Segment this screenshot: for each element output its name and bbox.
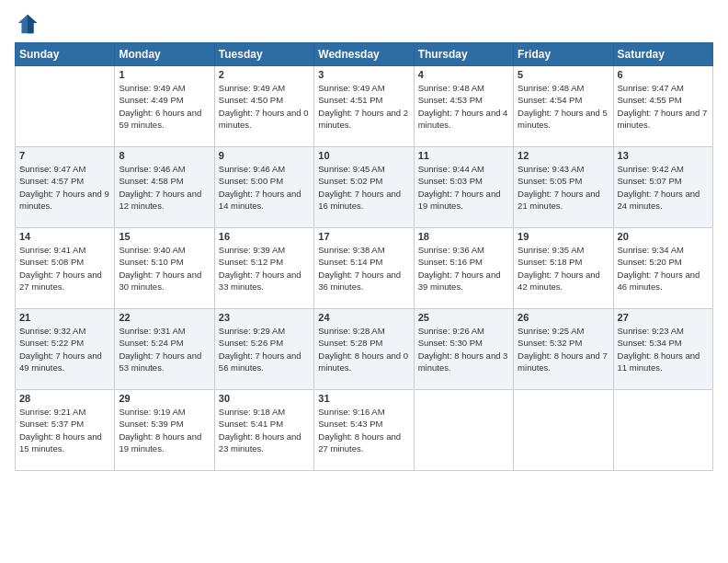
sunrise-text: Sunrise: 9:48 AM xyxy=(518,82,609,94)
sunset-text: Sunset: 4:50 PM xyxy=(219,94,310,106)
sunrise-text: Sunrise: 9:31 AM xyxy=(119,325,210,337)
sunrise-text: Sunrise: 9:43 AM xyxy=(518,163,609,175)
sunrise-text: Sunrise: 9:46 AM xyxy=(119,163,210,175)
sunrise-text: Sunrise: 9:18 AM xyxy=(219,406,310,418)
sunset-text: Sunset: 5:08 PM xyxy=(19,256,110,268)
calendar-cell xyxy=(16,66,115,147)
sunrise-text: Sunrise: 9:47 AM xyxy=(19,163,110,175)
sunset-text: Sunset: 5:02 PM xyxy=(318,175,409,187)
day-info: Sunrise: 9:21 AMSunset: 5:37 PMDaylight:… xyxy=(19,406,110,454)
day-number: 18 xyxy=(418,231,509,242)
sunset-text: Sunset: 5:39 PM xyxy=(119,418,210,430)
sunrise-text: Sunrise: 9:34 AM xyxy=(618,244,709,256)
daylight-text: Daylight: 8 hours and 11 minutes. xyxy=(618,350,709,374)
day-info: Sunrise: 9:46 AMSunset: 5:00 PMDaylight:… xyxy=(219,163,310,212)
sunrise-text: Sunrise: 9:35 AM xyxy=(518,244,609,256)
logo xyxy=(15,11,44,37)
calendar-cell: 21Sunrise: 9:32 AMSunset: 5:22 PMDayligh… xyxy=(16,309,115,390)
day-info: Sunrise: 9:31 AMSunset: 5:24 PMDaylight:… xyxy=(119,325,210,373)
day-info: Sunrise: 9:38 AMSunset: 5:14 PMDaylight:… xyxy=(318,244,409,293)
day-info: Sunrise: 9:25 AMSunset: 5:32 PMDaylight:… xyxy=(518,325,609,373)
daylight-text: Daylight: 7 hours and 46 minutes. xyxy=(618,269,709,293)
sunset-text: Sunset: 5:43 PM xyxy=(318,418,409,430)
day-number: 26 xyxy=(518,312,609,323)
sunrise-text: Sunrise: 9:39 AM xyxy=(219,244,310,256)
day-number: 24 xyxy=(318,312,409,323)
sunset-text: Sunset: 5:37 PM xyxy=(19,418,110,430)
header-cell-sunday: Sunday xyxy=(16,43,115,66)
sunset-text: Sunset: 5:22 PM xyxy=(19,337,110,349)
calendar-cell: 6Sunrise: 9:47 AMSunset: 4:55 PMDaylight… xyxy=(613,66,712,147)
daylight-text: Daylight: 7 hours and 9 minutes. xyxy=(19,188,110,213)
day-info: Sunrise: 9:40 AMSunset: 5:10 PMDaylight:… xyxy=(119,244,210,293)
day-number: 9 xyxy=(219,150,310,161)
daylight-text: Daylight: 7 hours and 14 minutes. xyxy=(219,188,310,213)
daylight-text: Daylight: 7 hours and 5 minutes. xyxy=(518,107,609,132)
calendar-cell: 10Sunrise: 9:45 AMSunset: 5:02 PMDayligh… xyxy=(314,147,414,228)
daylight-text: Daylight: 6 hours and 59 minutes. xyxy=(119,107,210,132)
calendar-cell: 2Sunrise: 9:49 AMSunset: 4:50 PMDaylight… xyxy=(214,66,313,147)
day-number: 20 xyxy=(618,231,709,242)
sunrise-text: Sunrise: 9:38 AM xyxy=(318,244,409,256)
day-number: 10 xyxy=(318,150,409,161)
daylight-text: Daylight: 7 hours and 53 minutes. xyxy=(119,350,210,374)
calendar-cell: 13Sunrise: 9:42 AMSunset: 5:07 PMDayligh… xyxy=(613,147,712,228)
day-number: 17 xyxy=(318,231,409,242)
day-info: Sunrise: 9:44 AMSunset: 5:03 PMDaylight:… xyxy=(418,163,509,212)
daylight-text: Daylight: 7 hours and 12 minutes. xyxy=(119,188,210,213)
sunset-text: Sunset: 4:57 PM xyxy=(19,175,110,187)
daylight-text: Daylight: 8 hours and 15 minutes. xyxy=(19,431,110,455)
daylight-text: Daylight: 7 hours and 19 minutes. xyxy=(418,188,509,213)
calendar-cell xyxy=(414,390,513,471)
daylight-text: Daylight: 8 hours and 27 minutes. xyxy=(318,431,409,455)
daylight-text: Daylight: 7 hours and 39 minutes. xyxy=(418,269,509,293)
daylight-text: Daylight: 7 hours and 36 minutes. xyxy=(318,269,409,293)
calendar-cell xyxy=(514,390,613,471)
week-row-1: 7Sunrise: 9:47 AMSunset: 4:57 PMDaylight… xyxy=(16,147,713,228)
calendar-cell: 31Sunrise: 9:16 AMSunset: 5:43 PMDayligh… xyxy=(314,390,414,471)
day-number: 15 xyxy=(119,231,210,242)
day-info: Sunrise: 9:32 AMSunset: 5:22 PMDaylight:… xyxy=(19,325,110,373)
calendar-cell: 20Sunrise: 9:34 AMSunset: 5:20 PMDayligh… xyxy=(613,228,712,309)
sunrise-text: Sunrise: 9:49 AM xyxy=(219,82,310,94)
calendar-cell: 11Sunrise: 9:44 AMSunset: 5:03 PMDayligh… xyxy=(414,147,513,228)
sunrise-text: Sunrise: 9:36 AM xyxy=(418,244,509,256)
sunrise-text: Sunrise: 9:47 AM xyxy=(618,82,709,94)
sunset-text: Sunset: 5:26 PM xyxy=(219,337,310,349)
calendar-cell: 23Sunrise: 9:29 AMSunset: 5:26 PMDayligh… xyxy=(214,309,313,390)
day-number: 19 xyxy=(518,231,609,242)
week-row-0: 1Sunrise: 9:49 AMSunset: 4:49 PMDaylight… xyxy=(16,66,713,147)
header-cell-friday: Friday xyxy=(514,43,613,66)
sunrise-text: Sunrise: 9:44 AM xyxy=(418,163,509,175)
sunrise-text: Sunrise: 9:29 AM xyxy=(219,325,310,337)
daylight-text: Daylight: 7 hours and 56 minutes. xyxy=(219,350,310,374)
svg-marker-1 xyxy=(28,15,37,34)
sunset-text: Sunset: 4:51 PM xyxy=(318,94,409,106)
sunset-text: Sunset: 5:16 PM xyxy=(418,256,509,268)
calendar-cell: 7Sunrise: 9:47 AMSunset: 4:57 PMDaylight… xyxy=(16,147,115,228)
calendar-cell: 19Sunrise: 9:35 AMSunset: 5:18 PMDayligh… xyxy=(514,228,613,309)
day-info: Sunrise: 9:28 AMSunset: 5:28 PMDaylight:… xyxy=(318,325,409,373)
day-info: Sunrise: 9:18 AMSunset: 5:41 PMDaylight:… xyxy=(219,406,310,454)
day-number: 4 xyxy=(418,69,509,80)
day-info: Sunrise: 9:46 AMSunset: 4:58 PMDaylight:… xyxy=(119,163,210,212)
header-cell-tuesday: Tuesday xyxy=(214,43,313,66)
sunset-text: Sunset: 5:14 PM xyxy=(318,256,409,268)
day-info: Sunrise: 9:39 AMSunset: 5:12 PMDaylight:… xyxy=(219,244,310,293)
day-info: Sunrise: 9:48 AMSunset: 4:53 PMDaylight:… xyxy=(418,82,509,131)
day-number: 27 xyxy=(618,312,709,323)
week-row-3: 21Sunrise: 9:32 AMSunset: 5:22 PMDayligh… xyxy=(16,309,713,390)
day-info: Sunrise: 9:42 AMSunset: 5:07 PMDaylight:… xyxy=(618,163,709,212)
calendar-cell: 28Sunrise: 9:21 AMSunset: 5:37 PMDayligh… xyxy=(16,390,115,471)
day-info: Sunrise: 9:47 AMSunset: 4:57 PMDaylight:… xyxy=(19,163,110,212)
calendar-cell: 30Sunrise: 9:18 AMSunset: 5:41 PMDayligh… xyxy=(214,390,313,471)
header-cell-wednesday: Wednesday xyxy=(314,43,414,66)
calendar-cell: 15Sunrise: 9:40 AMSunset: 5:10 PMDayligh… xyxy=(115,228,214,309)
sunrise-text: Sunrise: 9:19 AM xyxy=(119,406,210,418)
sunset-text: Sunset: 4:58 PM xyxy=(119,175,210,187)
sunset-text: Sunset: 5:20 PM xyxy=(618,256,709,268)
day-number: 21 xyxy=(19,312,110,323)
sunset-text: Sunset: 5:07 PM xyxy=(618,175,709,187)
header-cell-thursday: Thursday xyxy=(414,43,513,66)
day-number: 3 xyxy=(318,69,409,80)
